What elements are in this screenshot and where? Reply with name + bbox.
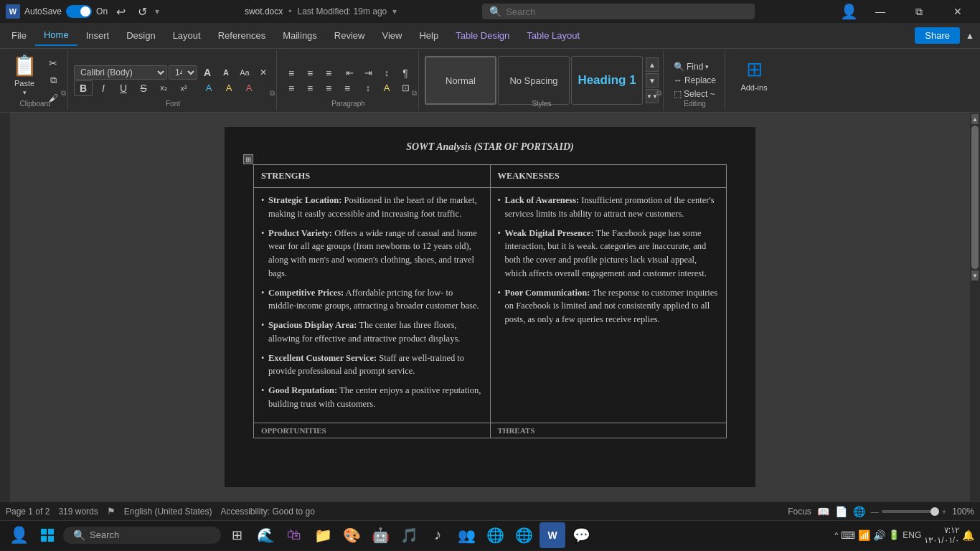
change-case-button[interactable]: Aa: [236, 65, 253, 80]
vertical-scrollbar[interactable]: ▲ ▼: [970, 113, 980, 501]
font-shrink-button[interactable]: A: [217, 65, 235, 80]
increase-indent-button[interactable]: ⇥: [359, 66, 377, 80]
read-mode-icon[interactable]: 📖: [817, 506, 829, 517]
clear-formatting-button[interactable]: ✕: [255, 65, 272, 80]
tab-insert[interactable]: Insert: [77, 26, 118, 45]
tab-references[interactable]: References: [209, 26, 274, 45]
taskbar-task-view[interactable]: ⊞: [224, 522, 250, 548]
highlight-button[interactable]: A: [220, 80, 238, 96]
bullets-button[interactable]: ≡: [283, 66, 300, 80]
line-spacing-button[interactable]: ↕: [359, 81, 377, 95]
avatar[interactable]: 👤: [840, 3, 858, 20]
zoom-level[interactable]: 100%: [952, 507, 974, 517]
language[interactable]: English (United States): [124, 507, 212, 517]
numbering-button[interactable]: ≡: [301, 66, 319, 80]
tab-view[interactable]: View: [373, 26, 410, 45]
taskbar-tiktok[interactable]: ♪: [425, 522, 451, 548]
paste-button[interactable]: 📋 Paste ▾: [7, 52, 42, 98]
taskbar-chrome[interactable]: 🌐: [511, 522, 537, 548]
superscript-button[interactable]: x²: [174, 80, 193, 96]
paragraph-dialog-launcher[interactable]: ⧉: [412, 89, 417, 98]
font-size-select[interactable]: 14: [169, 65, 197, 80]
font-name-select[interactable]: Calibri (Body): [74, 65, 167, 80]
document-scroll[interactable]: SOWT Analysis (STAR OF PORTSAID) ⊞ STREN…: [10, 113, 970, 501]
taskbar-colorful[interactable]: 🎨: [339, 522, 364, 548]
styles-dialog-launcher[interactable]: ⧉: [656, 89, 661, 98]
title-search-box[interactable]: 🔍: [482, 4, 755, 19]
shading-button[interactable]: A: [378, 81, 395, 95]
taskbar-word[interactable]: W: [540, 522, 565, 548]
subscript-button[interactable]: x₂: [154, 80, 173, 96]
tab-home[interactable]: Home: [35, 25, 77, 46]
align-left-button[interactable]: ≡: [283, 81, 300, 95]
text-effects-button[interactable]: A: [199, 80, 218, 96]
taskbar-edge[interactable]: 🌊: [253, 522, 278, 548]
tab-help[interactable]: Help: [410, 26, 447, 45]
zoom-minus[interactable]: —: [871, 507, 879, 516]
find-button[interactable]: 🔍 Find ▾: [669, 60, 720, 73]
language-indicator[interactable]: ENG: [903, 530, 921, 540]
focus-label[interactable]: Focus: [788, 507, 811, 517]
taskbar-music[interactable]: 🎵: [396, 522, 422, 548]
tab-review[interactable]: Review: [326, 26, 374, 45]
font-color-button[interactable]: A: [240, 80, 258, 96]
style-heading-button[interactable]: Heading 1: [571, 56, 643, 105]
taskbar-user-icon[interactable]: 👤: [6, 522, 32, 548]
tab-layout[interactable]: Layout: [164, 26, 209, 45]
bold-button[interactable]: B: [74, 80, 93, 96]
print-layout-icon[interactable]: 📄: [835, 506, 847, 517]
accessibility[interactable]: Accessibility: Good to go: [221, 507, 315, 517]
share-button[interactable]: Share: [915, 27, 960, 44]
tab-design[interactable]: Design: [118, 26, 164, 45]
tab-file[interactable]: File: [3, 26, 35, 45]
replace-button[interactable]: ↔ Replace: [669, 74, 720, 87]
styles-scroll-up[interactable]: ▲: [646, 57, 659, 72]
styles-scroll-down[interactable]: ▼: [646, 73, 659, 88]
taskbar-teams[interactable]: 👥: [453, 522, 479, 548]
taskbar-chrome-green[interactable]: 🌐: [482, 522, 508, 548]
addins-button[interactable]: ⊞ Add-ins: [731, 52, 777, 98]
show-formatting-button[interactable]: ¶: [397, 66, 414, 80]
tab-mailings[interactable]: Mailings: [274, 26, 326, 45]
more-commands[interactable]: ▾: [155, 6, 159, 17]
zoom-plus[interactable]: +: [942, 507, 946, 516]
font-grow-button[interactable]: A: [199, 65, 216, 80]
web-layout-icon[interactable]: 🌐: [853, 506, 865, 517]
style-nospace-button[interactable]: No Spacing: [498, 56, 570, 105]
undo-button[interactable]: ↩: [112, 4, 129, 19]
taskbar-store[interactable]: 🛍: [281, 522, 307, 548]
decrease-indent-button[interactable]: ⇤: [341, 66, 358, 80]
multilevel-button[interactable]: ≡: [320, 66, 337, 80]
sort-button[interactable]: ↕: [378, 66, 395, 80]
underline-button[interactable]: U: [114, 80, 133, 96]
scrollbar-thumb[interactable]: [971, 126, 979, 269]
copy-button[interactable]: ⧉: [43, 72, 63, 88]
taskbar-whatsapp[interactable]: 💬: [568, 522, 594, 548]
scroll-up-arrow[interactable]: ▲: [971, 114, 979, 124]
search-input[interactable]: [506, 6, 748, 17]
taskbar-files[interactable]: 📁: [310, 522, 336, 548]
font-dialog-launcher[interactable]: ⧉: [270, 89, 275, 98]
center-button[interactable]: ≡: [301, 81, 319, 95]
show-hidden-icons[interactable]: ^: [834, 531, 838, 540]
align-right-button[interactable]: ≡: [320, 81, 337, 95]
tab-table-layout[interactable]: Table Layout: [518, 26, 588, 45]
notification-icon[interactable]: 🔔: [962, 529, 974, 541]
italic-button[interactable]: I: [94, 80, 113, 96]
close-button[interactable]: ✕: [941, 0, 974, 23]
select-button[interactable]: ⬚ Select ~: [669, 88, 720, 100]
zoom-slider[interactable]: [882, 510, 939, 513]
autosave-toggle[interactable]: [66, 5, 92, 18]
taskbar-copilot[interactable]: 🤖: [367, 522, 393, 548]
ribbon-collapse-button[interactable]: ▲: [963, 29, 977, 43]
table-move-handle[interactable]: ⊞: [243, 154, 253, 164]
cut-button[interactable]: ✂: [43, 55, 63, 71]
clipboard-dialog-launcher[interactable]: ⧉: [61, 89, 66, 98]
restore-button[interactable]: ⧉: [903, 0, 936, 23]
taskbar-start-button[interactable]: [34, 522, 60, 548]
justify-button[interactable]: ≡: [339, 81, 356, 95]
taskbar-search-box[interactable]: 🔍 Search: [63, 527, 221, 544]
scroll-down-arrow[interactable]: ▼: [971, 270, 979, 281]
redo-button[interactable]: ↺: [133, 4, 151, 19]
strikethrough-button[interactable]: S: [134, 80, 153, 96]
